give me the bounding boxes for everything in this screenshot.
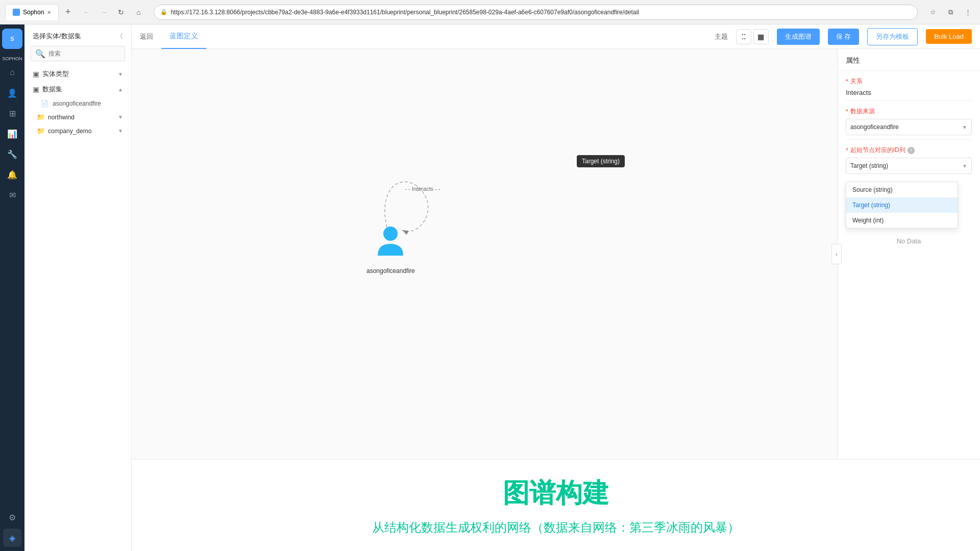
bookmark-icon[interactable]: ☆ — [926, 5, 940, 19]
dropdown-option-source[interactable]: Source (string) — [846, 182, 958, 197]
asterisk-icon: * — [846, 78, 848, 85]
nav-controls: ← → ↻ ⌂ — [79, 5, 145, 19]
start-node-id-title: 起始节点对应的ID列 — [850, 146, 905, 155]
dataset-section[interactable]: ▣ 数据集 ▲ — [24, 82, 131, 97]
sidebar-user-icon[interactable]: 👤 — [3, 84, 21, 102]
forward-button[interactable]: → — [96, 5, 111, 19]
bottom-promo: 图谱构建 从结构化数据生成权利的网络（数据来自网络：第三季冰雨的风暴） — [132, 459, 980, 551]
dropdown-option-weight-label: Weight (int) — [852, 217, 884, 224]
new-tab-button[interactable]: + — [61, 5, 75, 19]
address-bar[interactable]: 🔒 https://172.16.3.128:8066/projects/cbb… — [154, 5, 918, 20]
blueprint-canvas: - - Interacts - - asongoficeandfire — [132, 49, 837, 459]
file-icon: 📄 — [41, 100, 48, 107]
theme-label: 主题 — [715, 32, 728, 41]
browser-tab-active[interactable]: Sophon ✕ — [5, 4, 59, 20]
company-demo-chevron: ▼ — [118, 128, 123, 134]
back-button[interactable]: ← — [79, 5, 93, 19]
node-label: asongoficeandfire — [366, 267, 415, 274]
start-node-id-section: * 起始节点对应的ID列 ? Target (string) ▼ — [838, 140, 980, 178]
canvas-node[interactable]: asongoficeandfire — [366, 222, 415, 274]
sidebar-active-icon[interactable]: ◈ — [3, 529, 21, 547]
relationship-label: * 关系 — [846, 77, 972, 86]
relationship-arc-label: - - Interacts - - — [405, 186, 440, 192]
tab-title: Sophon — [23, 9, 44, 16]
theme-grid-icon[interactable]: ▦ — [753, 29, 769, 44]
extensions-icon[interactable]: ⧉ — [943, 5, 958, 19]
entity-type-chevron: ▼ — [118, 71, 123, 77]
datasource-label: * 数据来源 — [846, 107, 972, 116]
relationship-section: * 关系 Interacts — [838, 71, 980, 101]
generate-graph-button[interactable]: 生成图谱 — [777, 29, 820, 45]
sidebar-chart-icon[interactable]: 📊 — [3, 124, 21, 143]
lock-icon: 🔒 — [160, 9, 167, 15]
app-name: SOPHON — [2, 56, 22, 61]
back-button[interactable]: 返回 — [140, 32, 153, 41]
app-logo: S — [2, 29, 22, 49]
search-box[interactable]: 🔍 — [31, 46, 125, 61]
relationship-svg: - - Interacts - - — [132, 49, 642, 314]
relationship-value: Interacts — [846, 89, 972, 96]
browser-bar: Sophon ✕ + ← → ↻ ⌂ 🔒 https://172.16.3.12… — [0, 0, 980, 24]
browser-actions: ☆ ⧉ ⋮ — [926, 5, 975, 19]
sidebar-collapse-button[interactable]: 《 — [117, 32, 123, 41]
start-node-id-value: Target (string) — [850, 162, 888, 169]
panel-collapse-handle[interactable]: › — [831, 244, 842, 264]
dropdown-option-source-label: Source (string) — [852, 186, 893, 193]
start-node-id-dropdown-icon: ▼ — [962, 163, 967, 169]
sidebar-home-icon[interactable]: ⌂ — [3, 63, 21, 82]
top-section: - - Interacts - - asongoficeandfire — [132, 49, 980, 459]
datasource-value: asongoficeandfire — [850, 123, 899, 131]
sidebar-settings-icon[interactable]: ⚙ — [3, 508, 21, 527]
dataset-file-item[interactable]: 📄 asongoficeandfire — [24, 97, 131, 110]
sidebar-tools-icon[interactable]: 🔧 — [3, 145, 21, 163]
relationship-section-title: 关系 — [850, 77, 863, 86]
dataset-label: 数据集 — [42, 85, 62, 94]
entity-sidebar-header: 选择实体/数据集 《 — [24, 24, 131, 46]
entity-sidebar: 选择实体/数据集 《 🔍 ▣ 实体类型 ▼ ▣ 数据集 ▲ 📄 asongofi… — [24, 24, 132, 551]
search-icon: 🔍 — [35, 49, 45, 59]
dropdown-option-weight[interactable]: Weight (int) — [846, 213, 958, 228]
search-input[interactable] — [48, 50, 125, 57]
start-node-id-label: * 起始节点对应的ID列 ? — [846, 146, 972, 155]
logo-letter: S — [10, 36, 14, 42]
sidebar-mail-icon[interactable]: ✉ — [3, 186, 21, 204]
main-area: 返回 蓝图定义 主题 ⁚⁚ ▦ 生成图谱 保 存 另存为模板 Bulk Load — [132, 24, 980, 551]
dropdown-overlay: Source (string) Target (string) Weight (… — [846, 182, 958, 229]
dropdown-option-target[interactable]: Target (string) — [846, 197, 958, 213]
help-icon[interactable]: ? — [908, 147, 915, 154]
favicon — [13, 9, 20, 16]
app-container: S SOPHON ⌂ 👤 ⊞ 📊 🔧 🔔 ✉ ⚙ ◈ 选择实体/数据集 《 🔍 … — [0, 24, 980, 551]
theme-dots-icon[interactable]: ⁚⁚ — [736, 29, 751, 44]
tab-close-button[interactable]: ✕ — [47, 10, 51, 15]
nav-tabs: 蓝图定义 — [161, 24, 206, 49]
northwind-folder-icon: 📁 — [37, 113, 45, 121]
entity-type-label: 实体类型 — [42, 69, 69, 79]
entity-type-section[interactable]: ▣ 实体类型 ▼ — [24, 66, 131, 82]
home-nav-button[interactable]: ⌂ — [131, 5, 145, 19]
tab-blueprint-definition[interactable]: 蓝图定义 — [161, 24, 206, 49]
company-demo-folder-item[interactable]: 📁 company_demo ▼ — [24, 124, 131, 138]
dataset-file-label: asongoficeandfire — [53, 100, 101, 107]
northwind-label: northwind — [48, 114, 75, 121]
company-demo-label: company_demo — [48, 128, 91, 135]
menu-icon[interactable]: ⋮ — [961, 5, 975, 19]
bulk-load-button[interactable]: Bulk Load — [926, 29, 972, 44]
theme-icons: ⁚⁚ ▦ — [736, 29, 769, 44]
save-button[interactable]: 保 存 — [828, 29, 860, 45]
canvas-area[interactable]: - - Interacts - - asongoficeandfire — [132, 49, 837, 459]
save-as-template-button[interactable]: 另存为模板 — [867, 28, 918, 45]
datasource-dropdown[interactable]: asongoficeandfire ▼ — [846, 119, 972, 135]
panel-header: 属性 — [838, 49, 980, 71]
person-icon — [373, 222, 408, 263]
start-node-asterisk: * — [846, 147, 848, 154]
top-nav: 返回 蓝图定义 主题 ⁚⁚ ▦ 生成图谱 保 存 另存为模板 Bulk Load — [132, 24, 980, 49]
northwind-folder-item[interactable]: 📁 northwind ▼ — [24, 110, 131, 124]
sidebar-grid-icon[interactable]: ⊞ — [3, 104, 21, 122]
reload-button[interactable]: ↻ — [114, 5, 128, 19]
folder-icon: ▣ — [33, 70, 39, 78]
dataset-chevron: ▲ — [118, 87, 123, 92]
sidebar-bell-icon[interactable]: 🔔 — [3, 165, 21, 184]
datasource-asterisk: * — [846, 108, 848, 115]
start-node-id-dropdown[interactable]: Target (string) ▼ — [846, 158, 972, 174]
dropdown-option-target-label: Target (string) — [852, 202, 890, 209]
